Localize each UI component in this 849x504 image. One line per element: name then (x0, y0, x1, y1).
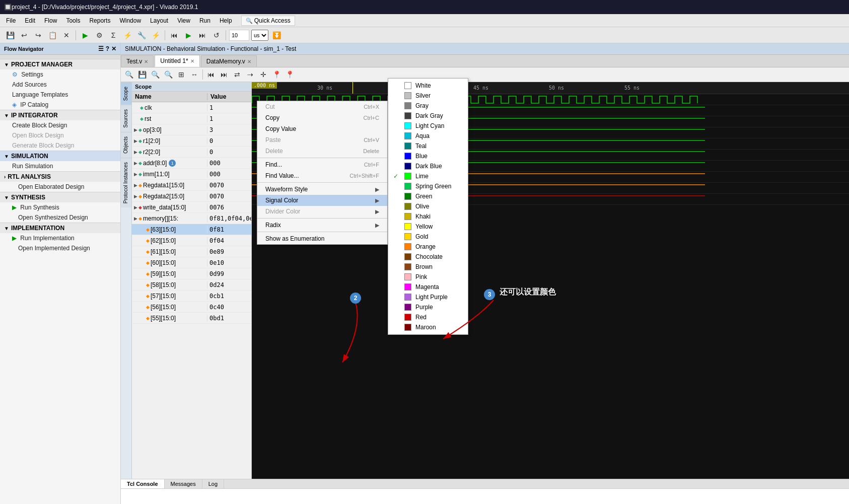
sim-swap-btn[interactable]: ⇄ (231, 68, 243, 81)
signal-row-7[interactable]: ▶ ◆ Regdata1[15:0] 0070 (132, 180, 251, 191)
flow-nav-icon2[interactable]: ? (106, 45, 109, 52)
console-tab-messages[interactable]: Messages (165, 479, 202, 488)
nav-run-synthesis[interactable]: ▶ Run Synthesis (0, 202, 120, 212)
flash-btn[interactable]: ⚡ (150, 29, 162, 41)
sim-snap2-btn[interactable]: ⇢ (244, 68, 256, 81)
sim-prev-btn[interactable]: ⏮ (205, 68, 217, 81)
sim-zoom-in-btn[interactable]: 🔍 (149, 68, 161, 81)
ctx-divider-color[interactable]: Divider Color ▶ (257, 206, 387, 217)
nav-create-block-design[interactable]: Create Block Design (0, 120, 120, 130)
color-item-olive[interactable]: Olive (388, 201, 468, 211)
color-item-purple[interactable]: Purple (388, 302, 468, 312)
nav-run-simulation[interactable]: Run Simulation (0, 161, 120, 171)
menu-reports[interactable]: Reports (85, 16, 114, 26)
nav-open-elaborated[interactable]: Open Elaborated Design (0, 182, 120, 192)
prog-btn[interactable]: ⚡ (121, 29, 133, 41)
sim-fit-btn[interactable]: ⊞ (175, 68, 187, 81)
menu-file[interactable]: File (2, 16, 20, 26)
color-item-red[interactable]: Red (388, 312, 468, 322)
color-item-yellow[interactable]: Yellow (388, 222, 468, 232)
color-item-lime[interactable]: ✓ Lime (388, 171, 468, 181)
sim-cross-btn[interactable]: ✛ (257, 68, 269, 81)
step-back-btn[interactable]: ⏮ (168, 29, 180, 41)
save-btn[interactable]: 💾 (4, 29, 16, 41)
copy-btn[interactable]: 📋 (46, 29, 58, 41)
vtab-objects[interactable]: Objects (121, 132, 131, 158)
expand-arrow[interactable]: ▶ (134, 194, 137, 199)
color-item-magenta[interactable]: Magenta (388, 282, 468, 292)
redo-btn[interactable]: ↪ (32, 29, 44, 41)
time-unit-select[interactable]: us ns ps (251, 30, 268, 41)
signal-row-5[interactable]: ▶ ◆ addr[8:0] 1 000 (132, 158, 251, 169)
expand-arrow[interactable]: ▶ (134, 183, 137, 188)
expand-arrow[interactable]: ▶ (134, 127, 137, 132)
signal-row-18[interactable]: ◆ [56][15:0] 0c40 (132, 302, 251, 313)
time-value-input[interactable] (229, 30, 249, 41)
vtab-scope[interactable]: Scope (121, 82, 131, 105)
ctx-cut[interactable]: Cut Ctrl+X (257, 101, 387, 112)
tab-untitled-close[interactable]: ✕ (190, 58, 194, 64)
color-item-chocolate[interactable]: Chocolate (388, 252, 468, 262)
vtab-protocol[interactable]: Protocol Instances (121, 158, 131, 207)
sum-btn[interactable]: Σ (107, 29, 119, 41)
ctx-show-enum[interactable]: Show as Enumeration (257, 233, 387, 244)
sim-save-btn[interactable]: 💾 (136, 68, 148, 81)
sim-zoom-out-btn[interactable]: 🔍 (162, 68, 174, 81)
nav-generate-block-design[interactable]: Generate Block Design (0, 140, 120, 151)
quick-access[interactable]: 🔍 Quick Access (241, 16, 295, 26)
color-item-spring-green[interactable]: Spring Green (388, 181, 468, 191)
expand-arrow[interactable]: ▶ (134, 138, 137, 143)
console-tab-tcl[interactable]: Tcl Console (121, 479, 165, 488)
flow-nav-icon3[interactable]: ✕ (111, 45, 116, 52)
nav-open-synthesized[interactable]: Open Synthesized Design (0, 212, 120, 223)
nav-section-ip-integrator[interactable]: ▼ IP INTEGRATOR (0, 110, 120, 120)
step-fwd-btn[interactable]: ⏭ (196, 29, 208, 41)
menu-view[interactable]: View (173, 16, 194, 26)
signal-row-6[interactable]: ▶ ◆ imm[11:0] 000 (132, 169, 251, 180)
signal-row-8[interactable]: ▶ ◆ Regdata2[15:0] 0070 (132, 191, 251, 202)
vtab-sources[interactable]: Sources (121, 105, 131, 132)
tab-untitled[interactable]: Untitled 1* ✕ (155, 55, 199, 67)
ctx-delete[interactable]: Delete Delete (257, 146, 387, 157)
color-item-white[interactable]: White (388, 81, 468, 91)
sim-snap-btn[interactable]: ↔ (188, 68, 200, 81)
sim-marker2-btn[interactable]: 📍 (284, 68, 296, 81)
menu-flow[interactable]: Flow (40, 16, 61, 26)
nav-open-implemented[interactable]: Open Implemented Design (0, 243, 120, 253)
run-btn[interactable]: ▶ (79, 29, 91, 41)
nav-section-project[interactable]: ▼ PROJECT MANAGER (0, 59, 120, 69)
restart-btn[interactable]: ↺ (210, 29, 223, 41)
color-item-gold[interactable]: Gold (388, 232, 468, 242)
menu-run[interactable]: Run (195, 16, 215, 26)
nav-ip-catalog[interactable]: ◈ IP Catalog (0, 100, 120, 110)
ctx-find-value[interactable]: Find Value... Ctrl+Shift+F (257, 170, 387, 181)
expand-arrow[interactable]: ▶ (134, 216, 137, 221)
menu-help[interactable]: Help (216, 16, 236, 26)
ctx-signal-color[interactable]: Signal Color ▶ (257, 195, 387, 206)
ctx-copy[interactable]: Copy Ctrl+C (257, 112, 387, 123)
ctx-find[interactable]: Find... Ctrl+F (257, 159, 387, 170)
debug-btn[interactable]: 🔧 (135, 29, 148, 41)
color-item-dark-gray[interactable]: Dark Gray (388, 111, 468, 121)
signal-row-13[interactable]: ◆ [61][15:0] 0e89 (132, 246, 251, 257)
color-item-maroon[interactable]: Maroon (388, 322, 468, 332)
signal-row-2[interactable]: ▶ ◆ op[3:0] 3 (132, 124, 251, 135)
run-time-btn[interactable]: ⏬ (270, 29, 282, 41)
signal-row-17[interactable]: ◆ [57][15:0] 0cb1 (132, 291, 251, 302)
ctx-waveform-style[interactable]: Waveform Style ▶ (257, 184, 387, 195)
signal-row-0[interactable]: ◆ clk 1 (132, 102, 251, 113)
color-item-orange[interactable]: Orange (388, 242, 468, 252)
ctx-radix[interactable]: Radix ▶ (257, 220, 387, 231)
color-item-green[interactable]: Green (388, 191, 468, 201)
tab-datamemory-close[interactable]: ✕ (247, 59, 251, 64)
sim-step-btn[interactable]: ⏭ (218, 68, 230, 81)
undo-btn[interactable]: ↩ (18, 29, 30, 41)
color-item-light-cyan[interactable]: Light Cyan (388, 121, 468, 131)
menu-window[interactable]: Window (115, 16, 145, 26)
nav-open-block-design[interactable]: Open Block Design (0, 130, 120, 140)
nav-section-rtl[interactable]: › RTL ANALYSIS (0, 171, 120, 182)
color-item-teal[interactable]: Teal (388, 141, 468, 151)
color-item-aqua[interactable]: Aqua (388, 131, 468, 141)
nav-language-templates[interactable]: Language Templates (0, 90, 120, 100)
signal-row-3[interactable]: ▶ ◆ r1[2:0] 0 (132, 135, 251, 147)
